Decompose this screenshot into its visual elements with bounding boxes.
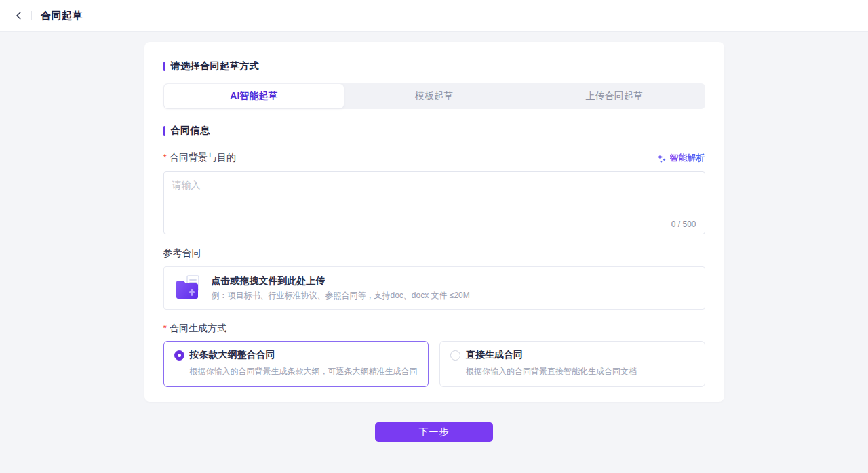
- section-accent-bar: [163, 62, 165, 71]
- section-title-text: 请选择合同起草方式: [171, 60, 260, 73]
- tab-ai-draft[interactable]: AI智能起草: [164, 84, 344, 108]
- option-outline-generation[interactable]: 按条款大纲整合合同 根据你输入的合同背景生成条款大纲，可逐条大纲精准生成合同: [163, 341, 429, 387]
- next-step-button[interactable]: 下一步: [375, 422, 493, 442]
- back-button[interactable]: [11, 7, 27, 24]
- radio-selected-icon[interactable]: [174, 350, 184, 361]
- upload-dropzone[interactable]: 点击或拖拽文件到此处上传 例：项目标书、行业标准协议、参照合同等，支持doc、d…: [163, 266, 705, 310]
- upload-hint: 例：项目标书、行业标准协议、参照合同等，支持doc、docx 文件 ≤20M: [212, 290, 470, 302]
- required-mark: *: [163, 323, 167, 333]
- generation-options: 按条款大纲整合合同 根据你输入的合同背景生成条款大纲，可逐条大纲精准生成合同 直…: [163, 341, 705, 387]
- section-title-method: 请选择合同起草方式: [163, 60, 705, 73]
- option-desc: 根据你输入的合同背景生成条款大纲，可逐条大纲精准生成合同: [190, 366, 418, 377]
- reference-field-label: 参考合同: [163, 247, 705, 260]
- background-field-label: *合同背景与目的: [163, 151, 236, 164]
- smart-parse-label: 智能解析: [670, 152, 705, 164]
- upload-title: 点击或拖拽文件到此处上传: [212, 275, 470, 287]
- option-head: 直接生成合同: [450, 349, 694, 361]
- background-textarea-wrap: 0 / 500: [163, 171, 705, 234]
- option-direct-generation[interactable]: 直接生成合同 根据你输入的合同背景直接智能化生成合同文档: [439, 341, 705, 387]
- option-desc: 根据你输入的合同背景直接智能化生成合同文档: [466, 366, 694, 377]
- background-textarea[interactable]: [164, 172, 705, 214]
- char-counter: 0 / 500: [671, 220, 696, 229]
- option-head: 按条款大纲整合合同: [174, 349, 418, 361]
- option-title: 按条款大纲整合合同: [190, 349, 275, 361]
- tab-template-draft[interactable]: 模板起草: [344, 84, 524, 108]
- top-nav: 合同起草: [0, 0, 868, 32]
- upload-folder-icon: [174, 274, 202, 302]
- smart-parse-button[interactable]: 智能解析: [656, 152, 705, 164]
- field-label-text: 合同背景与目的: [170, 152, 236, 163]
- page-title: 合同起草: [41, 9, 83, 22]
- chevron-left-icon: [14, 11, 24, 20]
- draft-method-tabs: AI智能起草 模板起草 上传合同起草: [163, 83, 705, 109]
- generation-field-label: *合同生成方式: [163, 323, 705, 335]
- radio-unselected-icon[interactable]: [450, 350, 460, 361]
- background-field-header: *合同背景与目的 智能解析: [163, 151, 705, 164]
- section-title-text: 合同信息: [171, 125, 210, 137]
- tab-upload-draft[interactable]: 上传合同起草: [524, 84, 705, 108]
- nav-divider: [31, 11, 32, 20]
- upload-texts: 点击或拖拽文件到此处上传 例：项目标书、行业标准协议、参照合同等，支持doc、d…: [212, 275, 470, 302]
- section-accent-bar: [163, 126, 165, 136]
- field-label-text: 合同生成方式: [170, 323, 226, 333]
- required-mark: *: [163, 152, 167, 163]
- section-title-info: 合同信息: [163, 125, 705, 137]
- option-title: 直接生成合同: [466, 349, 523, 361]
- sparkle-icon: [656, 152, 667, 163]
- contract-draft-card: 请选择合同起草方式 AI智能起草 模板起草 上传合同起草 合同信息 *合同背景与…: [144, 42, 724, 402]
